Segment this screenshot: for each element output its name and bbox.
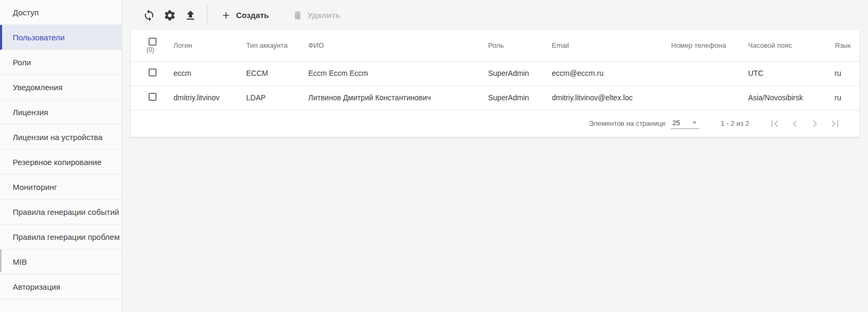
sidebar-item-label: MIB: [13, 257, 27, 266]
previous-page-button[interactable]: [788, 117, 801, 130]
dropdown-caret-icon: [690, 118, 699, 127]
cell-email: dmitriy.litvinov@eltex.loc: [552, 85, 671, 110]
select-all-checkbox[interactable]: [149, 38, 157, 46]
next-page-button[interactable]: [809, 117, 821, 130]
settings-button[interactable]: [163, 8, 177, 22]
toolbar: Создать Удалить: [131, 0, 860, 30]
sidebar-item-event-rules[interactable]: Правила генерации событий: [0, 200, 121, 224]
cell-language: ru: [835, 85, 860, 110]
cell-fio: Литвинов Дмитрий Константинович: [308, 85, 488, 110]
sidebar-item-mib[interactable]: MIB: [0, 249, 121, 274]
last-page-button[interactable]: [829, 117, 841, 130]
sidebar-item-label: Лицензии на устройства: [13, 133, 102, 142]
refresh-icon: [143, 9, 155, 22]
cell-timezone: Asia/Novosibirsk: [748, 85, 835, 110]
cell-fio: Eccm Eccm Eccm: [308, 61, 488, 85]
selected-count: (0): [146, 46, 154, 54]
sidebar-item-label: Правила генерации событий: [13, 207, 119, 216]
column-header-role: Роль: [488, 30, 552, 61]
sidebar-item-label: Лицензия: [13, 108, 48, 117]
sidebar-item-label: Резервное копирование: [13, 158, 101, 167]
page-range-label: 1 - 2 из 2: [721, 119, 749, 127]
settings-gear-icon: [163, 9, 176, 22]
plus-icon: [221, 10, 231, 21]
sidebar-item-notifications[interactable]: Уведомления: [0, 75, 121, 100]
first-page-icon: [768, 117, 781, 130]
row-checkbox[interactable]: [149, 68, 157, 76]
cell-language: ru: [835, 61, 860, 85]
paginator: Элементов на странице 25 1 - 2 из 2: [131, 110, 860, 137]
column-header-language: Язык: [835, 30, 860, 61]
cell-role: SuperAdmin: [488, 85, 552, 110]
column-header-login: Логин: [173, 30, 246, 61]
sidebar-item-users[interactable]: Пользователи: [0, 25, 121, 50]
users-table: (0) ЛогинТип аккаунтаФИОРольEmailНомер т…: [131, 30, 860, 110]
scrollbar-thumb[interactable]: [0, 249, 2, 272]
trash-icon: [292, 10, 303, 21]
sidebar-item-label: Авторизация: [13, 282, 60, 291]
last-page-icon: [829, 117, 841, 130]
cell-login: eccm: [173, 61, 246, 85]
column-header-email: Email: [552, 30, 671, 61]
items-per-page-select[interactable]: 25: [671, 118, 699, 129]
sidebar-item-label: Пользователи: [13, 33, 65, 42]
toolbar-divider: [207, 5, 207, 25]
cell-account-type: LDAP: [246, 85, 308, 110]
sidebar-item-label: Мониторинг: [13, 183, 57, 192]
items-per-page-label: Элементов на странице: [589, 119, 666, 127]
row-checkbox[interactable]: [149, 93, 157, 101]
app-root: ДоступПользователиРолиУведомленияЛицензи…: [0, 0, 868, 312]
sidebar-item-device-licenses[interactable]: Лицензии на устройства: [0, 125, 121, 150]
sidebar-item-backup[interactable]: Резервное копирование: [0, 150, 121, 175]
table-row[interactable]: dmitriy.litvinovLDAPЛитвинов Дмитрий Кон…: [131, 85, 860, 110]
sidebar-item-roles[interactable]: Роли: [0, 50, 121, 75]
refresh-button[interactable]: [142, 8, 156, 22]
column-header-fio: ФИО: [308, 30, 488, 61]
sidebar-item-label: Роли: [13, 58, 31, 67]
table-row[interactable]: eccmECCMEccm Eccm EccmSuperAdmineccm@ecc…: [131, 61, 860, 85]
column-header-timezone: Часовой пояс: [748, 30, 835, 61]
sidebar-nav: ДоступПользователиРолиУведомленияЛицензи…: [0, 0, 121, 299]
cell-phone: [671, 85, 748, 110]
cell-phone: [671, 61, 748, 85]
column-header-account-type: Тип аккаунта: [246, 30, 308, 61]
previous-page-icon: [788, 117, 801, 130]
cell-login: dmitriy.litvinov: [173, 85, 246, 110]
cell-account-type: ECCM: [246, 61, 308, 85]
delete-button-label: Удалить: [308, 11, 341, 20]
sidebar-item-monitoring[interactable]: Мониторинг: [0, 175, 121, 200]
create-button-label: Создать: [236, 11, 269, 20]
import-button[interactable]: [184, 8, 197, 22]
delete-button[interactable]: Удалить: [288, 7, 345, 24]
table-header-row: (0) ЛогинТип аккаунтаФИОРольEmailНомер т…: [131, 30, 860, 61]
sidebar-item-label: Правила генерации проблем: [13, 232, 120, 241]
pager-nav: [768, 117, 841, 130]
upload-icon: [184, 9, 197, 22]
main-content: Создать Удалить: [131, 0, 860, 312]
first-page-button[interactable]: [768, 117, 781, 130]
cell-role: SuperAdmin: [488, 61, 552, 85]
next-page-icon: [809, 117, 821, 130]
column-header-phone: Номер телефона: [671, 30, 748, 61]
cell-email: eccm@eccm.ru: [552, 61, 671, 85]
sidebar-item-label: Уведомления: [13, 83, 63, 92]
cell-timezone: UTC: [748, 61, 835, 85]
sidebar-item-access[interactable]: Доступ: [0, 0, 121, 25]
sidebar-item-label: Доступ: [13, 8, 39, 17]
sidebar-item-authorization[interactable]: Авторизация: [0, 274, 121, 299]
sidebar-item-problem-rules[interactable]: Правила генерации проблем: [0, 224, 121, 249]
sidebar-item-license[interactable]: Лицензия: [0, 100, 121, 125]
items-per-page-value: 25: [672, 119, 680, 127]
sidebar: ДоступПользователиРолиУведомленияЛицензи…: [0, 0, 122, 312]
users-table-card: (0) ЛогинТип аккаунтаФИОРольEmailНомер т…: [131, 30, 860, 137]
create-button[interactable]: Создать: [216, 7, 273, 24]
